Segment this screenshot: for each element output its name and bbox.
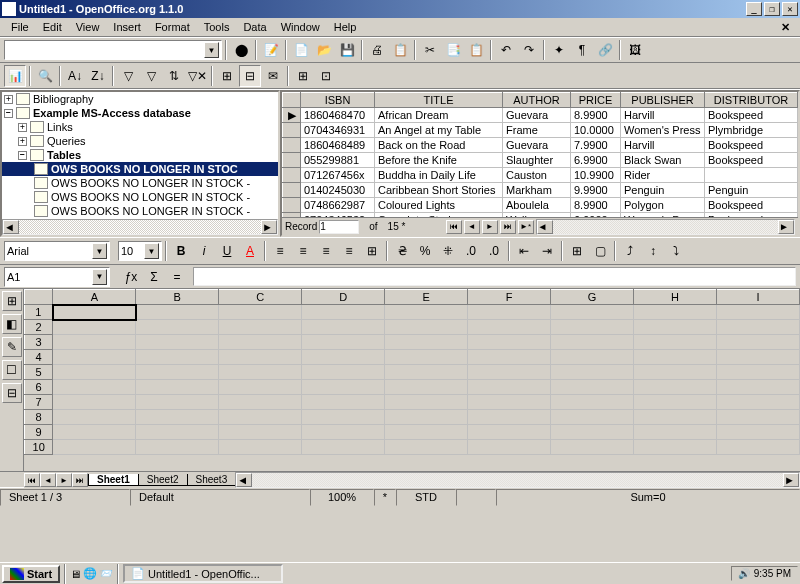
- column-header[interactable]: D: [302, 290, 385, 305]
- row-header[interactable]: 5: [25, 365, 53, 380]
- cell[interactable]: [136, 425, 219, 440]
- column-header[interactable]: I: [716, 290, 799, 305]
- align-bottom-icon[interactable]: ⤵: [665, 240, 687, 262]
- column-header[interactable]: C: [219, 290, 302, 305]
- sheet-tab-1[interactable]: Sheet1: [88, 474, 139, 486]
- edit-file-icon[interactable]: 📝: [260, 39, 282, 61]
- grid-scrollbar[interactable]: ◄►: [536, 219, 795, 235]
- data-to-text-icon[interactable]: ⊞: [216, 65, 238, 87]
- cell[interactable]: [53, 440, 136, 455]
- cell[interactable]: [385, 335, 468, 350]
- status-zoom[interactable]: 100%: [310, 489, 374, 506]
- table-row[interactable]: 0140245030Caribbean Short StoriesMarkham…: [283, 183, 798, 198]
- cell[interactable]: [53, 350, 136, 365]
- nav-prev-icon[interactable]: ◄: [464, 220, 480, 234]
- form-icon[interactable]: ☐: [2, 360, 22, 380]
- tab-next-icon[interactable]: ►: [56, 473, 72, 487]
- cell[interactable]: [53, 395, 136, 410]
- cell[interactable]: [716, 380, 799, 395]
- align-justify-icon[interactable]: ≡: [338, 240, 360, 262]
- cell[interactable]: [468, 335, 551, 350]
- cell[interactable]: [219, 425, 302, 440]
- tab-prev-icon[interactable]: ◄: [40, 473, 56, 487]
- sort-desc-icon[interactable]: Z↓: [87, 65, 109, 87]
- tree-tables[interactable]: −Tables: [2, 148, 278, 162]
- minimize-button[interactable]: _: [746, 2, 762, 16]
- cell[interactable]: [716, 410, 799, 425]
- table-row[interactable]: 071267456xBuddha in Daily LifeCauston10.…: [283, 168, 798, 183]
- cell[interactable]: [136, 410, 219, 425]
- tree-pane[interactable]: +Bibliography −Example MS-Access databas…: [0, 90, 280, 237]
- bgcolor-icon[interactable]: ▢: [589, 240, 611, 262]
- cell[interactable]: [634, 305, 717, 320]
- cell[interactable]: [385, 350, 468, 365]
- cell[interactable]: [53, 365, 136, 380]
- col-author[interactable]: AUTHOR: [503, 93, 571, 108]
- column-header[interactable]: E: [385, 290, 468, 305]
- cell[interactable]: [302, 335, 385, 350]
- cell[interactable]: [219, 365, 302, 380]
- cell[interactable]: [551, 320, 634, 335]
- cell[interactable]: [219, 305, 302, 320]
- cell[interactable]: [551, 365, 634, 380]
- cell[interactable]: [219, 380, 302, 395]
- close-button[interactable]: ✕: [782, 2, 798, 16]
- show-draw-icon[interactable]: ✎: [2, 337, 22, 357]
- tree-table-row[interactable]: OWS BOOKS NO LONGER IN STOCK -: [2, 190, 278, 204]
- align-left-icon[interactable]: ≡: [269, 240, 291, 262]
- cell[interactable]: [219, 320, 302, 335]
- cell[interactable]: [302, 305, 385, 320]
- row-header[interactable]: 8: [25, 410, 53, 425]
- cell[interactable]: [468, 410, 551, 425]
- cell[interactable]: [716, 335, 799, 350]
- sheet-scrollbar[interactable]: ◄►: [235, 472, 800, 488]
- cell[interactable]: [468, 305, 551, 320]
- cell[interactable]: [53, 320, 136, 335]
- new-icon[interactable]: 📄: [290, 39, 312, 61]
- cell[interactable]: [634, 335, 717, 350]
- cell[interactable]: [634, 440, 717, 455]
- page-preview-icon[interactable]: 📋: [389, 39, 411, 61]
- cell[interactable]: [551, 305, 634, 320]
- column-header[interactable]: G: [551, 290, 634, 305]
- cell[interactable]: [136, 320, 219, 335]
- sort-icon[interactable]: ⇅: [163, 65, 185, 87]
- cell[interactable]: [716, 395, 799, 410]
- sort-asc-icon[interactable]: A↓: [64, 65, 86, 87]
- stylist-icon[interactable]: ¶: [571, 39, 593, 61]
- table-row[interactable]: ▶1860468470African DreamGuevara8.9900Har…: [283, 108, 798, 123]
- font-name-combo[interactable]: Arial▼: [4, 241, 110, 261]
- cell-ref-box[interactable]: A1▼: [4, 267, 110, 287]
- cell[interactable]: [136, 365, 219, 380]
- column-header[interactable]: H: [634, 290, 717, 305]
- font-color-icon[interactable]: A: [239, 240, 261, 262]
- cell[interactable]: [634, 425, 717, 440]
- cell[interactable]: [551, 410, 634, 425]
- menu-tools[interactable]: Tools: [197, 19, 237, 35]
- tree-table-row[interactable]: OWS BOOKS NO LONGER IN STOC: [2, 162, 278, 176]
- explorer-icon[interactable]: ⊡: [315, 65, 337, 87]
- nav-next-icon[interactable]: ►: [482, 220, 498, 234]
- find-icon[interactable]: 🔍: [34, 65, 56, 87]
- record-input[interactable]: [319, 220, 359, 234]
- cell[interactable]: [634, 365, 717, 380]
- menu-format[interactable]: Format: [148, 19, 197, 35]
- autofilter-icon[interactable]: ▽: [117, 65, 139, 87]
- data-source-icon[interactable]: ⊞: [292, 65, 314, 87]
- tree-queries[interactable]: +Queries: [2, 134, 278, 148]
- cell[interactable]: [716, 305, 799, 320]
- taskbar-app-button[interactable]: 📄Untitled1 - OpenOffic...: [123, 564, 283, 583]
- cell[interactable]: [53, 410, 136, 425]
- column-header[interactable]: A: [53, 290, 136, 305]
- cell[interactable]: [468, 320, 551, 335]
- cell[interactable]: [634, 380, 717, 395]
- cell[interactable]: [468, 350, 551, 365]
- menu-data[interactable]: Data: [236, 19, 273, 35]
- cell[interactable]: [385, 425, 468, 440]
- cell[interactable]: [551, 395, 634, 410]
- table-row[interactable]: 055299881Before the KnifeSlaughter6.9900…: [283, 153, 798, 168]
- cell[interactable]: [53, 425, 136, 440]
- currency-icon[interactable]: ₴: [391, 240, 413, 262]
- function-icon[interactable]: =: [166, 266, 188, 288]
- cell[interactable]: [53, 380, 136, 395]
